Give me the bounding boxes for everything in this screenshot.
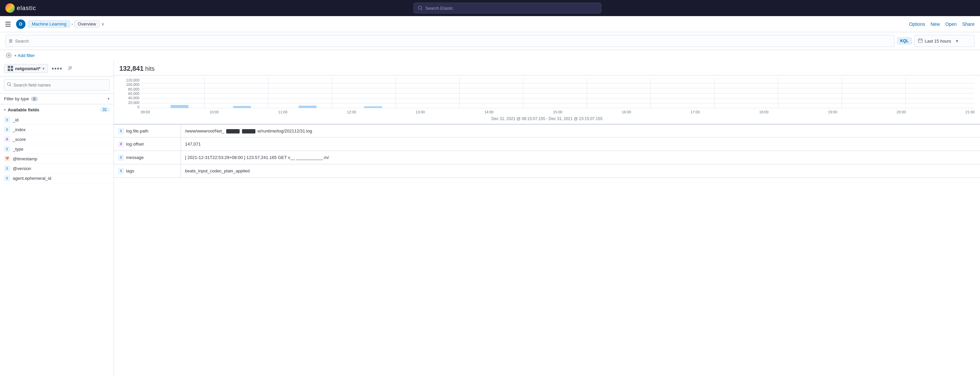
global-search-placeholder: Search Elastic [425, 6, 453, 11]
date-range: Dec 31, 2021 @ 08:15:07.155 - Dec 31, 20… [119, 115, 975, 124]
result-row-message[interactable]: t message [ 2021-12-31T22:53:29+08:00 ] … [114, 151, 980, 165]
histogram-chart [141, 78, 975, 108]
chart-area: 120,000 100,000 80,000 60,000 40,000 20,… [114, 75, 980, 124]
collapse-arrow-icon: ▾ [4, 108, 6, 112]
add-filter-button[interactable]: + Add filter [14, 53, 35, 58]
result-value-message: [ 2021-12-31T22:53:29+08:00 ] 123.57.241… [185, 155, 329, 160]
result-field-name-offset: log.offset [126, 142, 144, 147]
x-label-14: 14:00 [484, 110, 494, 114]
result-row-log-offset[interactable]: # log.offset 147,071 [114, 137, 980, 151]
options-button[interactable]: Options [909, 21, 925, 27]
x-label-10: 10:00 [210, 110, 219, 114]
x-label-11: 11:00 [278, 110, 288, 114]
x-label-15: 15:00 [553, 110, 562, 114]
y-label-100k: 100,000 [126, 83, 139, 86]
field-type-badge-t: t [4, 126, 10, 133]
svg-rect-3 [5, 24, 11, 24]
result-value-cell-offset: 147,071 [181, 137, 980, 150]
sort-button[interactable] [66, 65, 75, 72]
available-fields-header[interactable]: ▾ Available fields 31 [0, 104, 114, 115]
field-item-timestamp[interactable]: 📅 @timestamp [0, 154, 114, 164]
filter-type-label: Filter by type [4, 96, 29, 101]
field-item-score[interactable]: # _score [0, 134, 114, 144]
main-content: netgosmart* ▾ [0, 61, 980, 377]
result-row-tags[interactable]: t tags beats_input_codec_plain_applied [114, 165, 980, 178]
field-type-badge-t: t [118, 128, 124, 134]
filter-type-chevron-icon: ▾ [108, 97, 110, 101]
result-field-cell-tags: t tags [114, 165, 181, 177]
field-item-version[interactable]: t @version [0, 164, 114, 173]
x-label-12: 12:00 [347, 110, 356, 114]
index-chevron-icon: ▾ [43, 67, 44, 70]
elastic-logo[interactable]: elastic [5, 3, 36, 13]
breadcrumb-more-button[interactable]: ∨ [100, 21, 106, 27]
breadcrumb-link-ml[interactable]: Machine Learning [28, 21, 70, 27]
x-label-17: 17:00 [690, 110, 700, 114]
share-button[interactable]: Share [962, 21, 975, 27]
index-grid-icon [8, 66, 13, 71]
result-field-cell: t log.file.path [114, 125, 181, 137]
svg-rect-41 [299, 105, 317, 108]
search-input[interactable] [15, 38, 891, 44]
svg-rect-6 [9, 41, 13, 42]
field-name: _score [13, 137, 26, 142]
index-selector: netgosmart* ▾ [0, 61, 114, 77]
svg-rect-42 [364, 106, 382, 108]
field-type-badge-cal: 📅 [4, 156, 10, 162]
result-row-log-file-path[interactable]: t log.file.path /www/wwwroot/Net_ w/runt… [114, 124, 980, 137]
global-search-container: Search Elastic [40, 3, 975, 13]
breadcrumb-item-ml: Machine Learning [28, 21, 70, 27]
x-label-18: 18:00 [759, 110, 768, 114]
query-input-icon [8, 38, 13, 43]
field-type-badge-hash: # [118, 141, 124, 147]
field-item-id[interactable]: t _id [0, 115, 114, 125]
x-label-09: 09:00 [141, 110, 150, 114]
x-label-21: 21:00 [965, 110, 975, 114]
time-picker[interactable]: Last 15 hours ▾ [914, 35, 975, 47]
breadcrumb-link-overview[interactable]: Overview [74, 21, 100, 27]
field-type-badge-t-message: t [118, 155, 124, 161]
field-type-badge-t: t [4, 117, 10, 123]
svg-point-0 [418, 6, 422, 10]
y-label-120k: 120,000 [126, 78, 139, 82]
results-table: t log.file.path /www/wwwroot/Net_ w/runt… [114, 124, 980, 377]
grid-icon-3 [57, 68, 59, 69]
query-input-wrapper[interactable] [5, 35, 894, 47]
fields-count-badge: 31 [100, 107, 110, 112]
field-search-input-wrapper[interactable] [4, 79, 110, 91]
y-label-0: 0 [137, 105, 139, 109]
breadcrumb-separator: › [72, 22, 73, 27]
new-button[interactable]: New [931, 21, 940, 27]
field-item-index[interactable]: t _index [0, 125, 114, 134]
field-name: _index [13, 127, 25, 132]
filter-icon-button[interactable] [5, 52, 12, 59]
svg-rect-40 [233, 106, 251, 108]
field-type-badge-t-tags: t [118, 168, 124, 174]
open-button[interactable]: Open [945, 21, 956, 27]
hamburger-button[interactable] [5, 21, 13, 28]
field-item-type[interactable]: t _type [0, 144, 114, 154]
field-search-wrapper [0, 77, 114, 94]
field-item-agent-ephemeral-id[interactable]: t agent.ephemeral_id [0, 173, 114, 183]
field-type-badge-t: t [4, 146, 10, 152]
user-avatar[interactable]: D [16, 19, 25, 29]
field-name: _type [13, 147, 24, 152]
svg-rect-5 [9, 40, 13, 40]
x-label-19: 19:00 [828, 110, 837, 114]
logo-text: elastic [17, 5, 36, 12]
kql-badge[interactable]: KQL [897, 38, 912, 44]
global-search-bar[interactable]: Search Elastic [414, 3, 601, 13]
available-fields-label: Available fields [8, 107, 39, 112]
breadcrumb-bar: D Machine Learning › Overview ∨ Options … [0, 16, 980, 32]
grid-view-button[interactable] [50, 66, 64, 71]
field-search-input[interactable] [13, 83, 107, 88]
y-label-80k: 80,000 [128, 87, 139, 91]
result-value-tags: beats_input_codec_plain_applied [185, 168, 250, 173]
svg-point-18 [7, 83, 10, 86]
index-selector-button[interactable]: netgosmart* ▾ [4, 64, 48, 73]
field-name: _id [13, 117, 18, 122]
redacted-block-2 [242, 129, 255, 134]
filter-type-row[interactable]: Filter by type 0 ▾ [0, 94, 114, 104]
x-label-16: 16:00 [622, 110, 631, 114]
field-name: @timestamp [13, 156, 37, 161]
